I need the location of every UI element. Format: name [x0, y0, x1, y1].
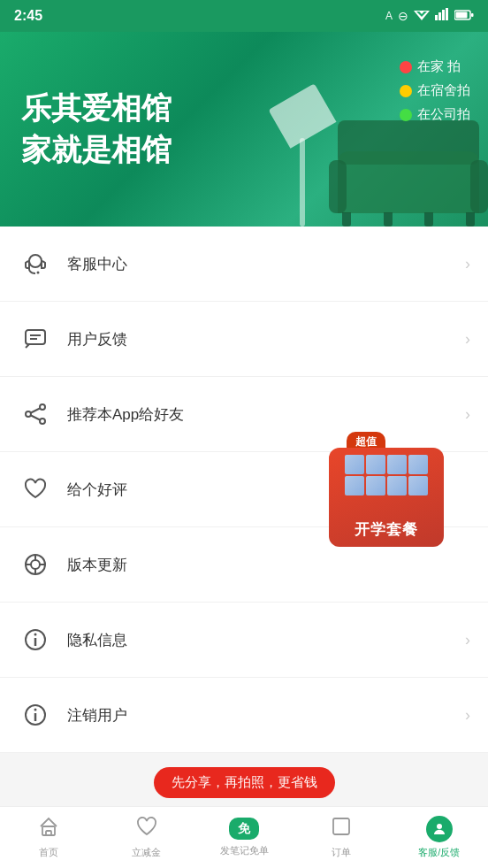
- arrow-icon-customer-service: ›: [465, 255, 470, 273]
- arrow-icon-cancel-account: ›: [465, 706, 470, 725]
- nav-label-orders: 订单: [332, 846, 351, 859]
- service-avatar: [426, 816, 453, 842]
- signal-icon: A: [385, 10, 393, 22]
- banner-option-dorm-label: 在宿舍拍: [417, 82, 470, 99]
- signal-bars-icon: [435, 8, 449, 24]
- banner-title-2: 家就是相馆: [21, 132, 172, 168]
- promo-pill[interactable]: 先分享，再拍照，更省钱: [154, 767, 335, 798]
- status-bar: 2:45 A ⊖: [0, 0, 488, 32]
- lamp-decoration: [267, 85, 338, 227]
- menu-list: 客服中心 › 用户反馈 ›: [0, 227, 488, 753]
- nav-label-home: 首页: [39, 846, 58, 859]
- dot-yellow: [400, 85, 412, 97]
- sofa-decoration: [329, 111, 488, 227]
- status-time: 2:45: [14, 8, 42, 24]
- nav-item-notebook[interactable]: 免 发笔记免单: [195, 807, 293, 868]
- promo-badge[interactable]: 超值 开学套餐: [329, 432, 444, 547]
- banner-option-office[interactable]: 在公司拍: [400, 106, 470, 123]
- banner-option-home-label: 在家 拍: [417, 58, 461, 75]
- svg-point-17: [26, 411, 31, 417]
- wifi-icon: [414, 8, 430, 24]
- dot-green: [400, 109, 412, 121]
- svg-line-19: [31, 416, 40, 420]
- svg-point-16: [40, 419, 45, 424]
- promo-photos: [345, 455, 428, 495]
- info-icon-cancel: [18, 697, 53, 733]
- svg-rect-5: [442, 10, 445, 20]
- banner-title-1: 乐其爱相馆: [21, 90, 172, 127]
- nav-item-orders[interactable]: 订单: [293, 807, 390, 868]
- battery-icon: [454, 8, 474, 24]
- svg-point-31: [34, 709, 37, 711]
- menu-label-privacy: 隐私信息: [67, 630, 465, 650]
- svg-point-28: [34, 634, 37, 636]
- nav-item-service[interactable]: 客服/反馈: [391, 807, 488, 868]
- arrow-icon-recommend: ›: [465, 405, 470, 424]
- svg-point-10: [29, 255, 42, 267]
- heart-nav-icon: [136, 816, 157, 842]
- svg-line-18: [31, 409, 40, 413]
- nav-label-notebook: 发笔记免单: [220, 844, 269, 857]
- svg-rect-9: [471, 13, 474, 17]
- svg-rect-8: [456, 12, 468, 19]
- bottom-nav: 首页 立减金 免 发笔记免单 订单 客服/反馈: [0, 806, 488, 868]
- nav-item-lijianjin[interactable]: 立减金: [97, 807, 194, 868]
- svg-rect-3: [435, 15, 438, 20]
- svg-rect-12: [26, 330, 45, 344]
- nav-label-lijianjin: 立减金: [132, 846, 161, 859]
- menu-label-cancel-account: 注销用户: [67, 705, 465, 726]
- svg-point-11: [37, 272, 40, 274]
- svg-rect-34: [333, 818, 349, 834]
- promo-box: 开学套餐: [329, 448, 444, 547]
- headset-icon: [18, 246, 53, 281]
- svg-point-15: [40, 404, 45, 410]
- banner-option-home[interactable]: 在家 拍: [400, 58, 470, 75]
- menu-item-cancel-account[interactable]: 注销用户 ›: [0, 678, 488, 753]
- menu-label-recommend: 推荐本App给好友: [67, 404, 465, 425]
- menu-label-customer-service: 客服中心: [67, 254, 465, 274]
- dot-red: [400, 61, 412, 73]
- heart-icon: [18, 472, 53, 507]
- share-icon: [18, 396, 53, 432]
- feedback-icon: [18, 321, 53, 357]
- svg-point-35: [437, 824, 442, 829]
- status-icons: A ⊖: [385, 8, 474, 24]
- banner: 乐其爱相馆 家就是相馆 在家 拍: [0, 32, 488, 227]
- home-icon: [38, 816, 59, 842]
- menu-label-user-feedback: 用户反馈: [67, 329, 465, 350]
- svg-point-21: [31, 560, 40, 569]
- svg-rect-4: [438, 12, 441, 20]
- info-icon-privacy: [18, 622, 53, 657]
- update-icon: [18, 547, 53, 582]
- svg-rect-33: [46, 831, 51, 835]
- banner-option-dorm[interactable]: 在宿舍拍: [400, 82, 470, 99]
- arrow-icon-user-feedback: ›: [465, 330, 470, 349]
- orders-icon: [331, 816, 352, 842]
- bottom-promo-bar: 先分享，再拍照，更省钱: [0, 753, 488, 812]
- minus-icon: ⊖: [398, 9, 408, 23]
- arrow-icon-privacy: ›: [465, 631, 470, 649]
- menu-item-customer-service[interactable]: 客服中心 ›: [0, 227, 488, 302]
- nav-item-home[interactable]: 首页: [0, 807, 97, 868]
- banner-option-office-label: 在公司拍: [417, 106, 470, 123]
- banner-text: 乐其爱相馆 家就是相馆: [21, 90, 172, 168]
- menu-item-privacy[interactable]: 隐私信息 ›: [0, 603, 488, 678]
- menu-item-user-feedback[interactable]: 用户反馈 ›: [0, 302, 488, 377]
- promo-text: 开学套餐: [355, 519, 418, 540]
- banner-options: 在家 拍 在宿舍拍 在公司拍: [400, 58, 470, 123]
- svg-rect-6: [446, 8, 448, 20]
- menu-label-version-update: 版本更新: [67, 555, 470, 575]
- notebook-special-icon: 免: [238, 821, 250, 835]
- nav-label-service: 客服/反馈: [418, 846, 460, 859]
- menu-item-good-review[interactable]: 给个好评 超值 开学套餐: [0, 452, 488, 527]
